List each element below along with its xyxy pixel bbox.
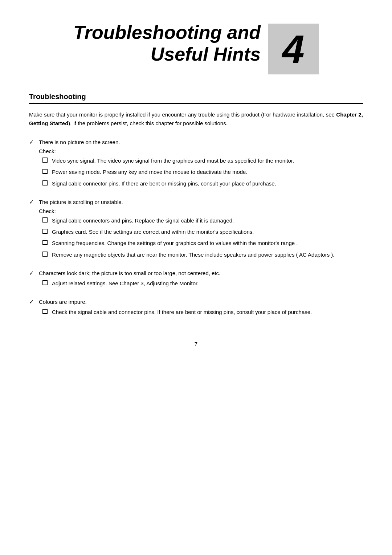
checkbox-icon — [42, 217, 48, 223]
intro-text: Make sure that your monitor is properly … — [29, 111, 336, 118]
check-content: Characters look dark; the picture is too… — [39, 269, 363, 290]
check-list: ✓There is no picture on the screen.Check… — [29, 138, 363, 319]
check-item: ✓Colours are impure.Check the signal cab… — [29, 298, 363, 319]
sub-text: Remove any magnetic objects that are nea… — [52, 250, 363, 259]
chapter-number: 4 — [282, 29, 304, 69]
sub-text: Video sync signal. The video sync signal… — [52, 156, 363, 165]
checkbox-icon — [42, 309, 48, 314]
sub-text: Scanning frequencies. Change the setting… — [52, 239, 363, 247]
sub-item: Adjust related settings. See Chapter 3, … — [39, 279, 363, 287]
checkmark-icon: ✓ — [29, 270, 34, 277]
title-line1: Troubleshooting and — [73, 22, 261, 44]
sub-text: Check the signal cable and connector pin… — [52, 308, 363, 316]
sub-text: Power saving mode. Press any key and mov… — [52, 168, 363, 176]
sub-text: Graphics card. See if the settings are c… — [52, 228, 363, 236]
sub-item: Signal cable connector pins. If there ar… — [39, 179, 363, 188]
check-content: Colours are impure.Check the signal cabl… — [39, 298, 363, 319]
check-main-text: Characters look dark; the picture is too… — [39, 269, 363, 278]
sub-item: Signal cable connectors and pins. Replac… — [39, 216, 363, 225]
title-line2: Useful Hints — [73, 44, 261, 65]
sub-item: Remove any magnetic objects that are nea… — [39, 250, 363, 259]
checkbox-icon — [42, 280, 48, 285]
sub-list: Adjust related settings. See Chapter 3, … — [39, 279, 363, 287]
check-content: There is no picture on the screen.Check:… — [39, 138, 363, 191]
page-number: 7 — [29, 341, 363, 347]
checkbox-icon — [42, 240, 48, 245]
header-title: Troubleshooting and Useful Hints — [73, 22, 261, 65]
check-main-text: Colours are impure. — [39, 298, 363, 306]
intro-end: ). If the problems persist, check this c… — [68, 120, 228, 126]
sub-list: Video sync signal. The video sync signal… — [39, 156, 363, 188]
sub-text: Signal cable connector pins. If there ar… — [52, 179, 363, 188]
sub-text: Adjust related settings. See Chapter 3, … — [52, 279, 363, 287]
checkbox-icon — [42, 169, 48, 174]
check-main-text: The picture is scrolling or unstable. — [39, 198, 363, 207]
sub-item: Check the signal cable and connector pin… — [39, 308, 363, 316]
chapter-number-box: 4 — [268, 24, 319, 74]
checkmark-icon: ✓ — [29, 199, 34, 205]
check-label: Check: — [39, 208, 363, 214]
sub-item: Scanning frequencies. Change the setting… — [39, 239, 363, 247]
checkbox-icon — [42, 158, 48, 163]
header-section: Troubleshooting and Useful Hints 4 — [29, 22, 363, 74]
checkbox-icon — [42, 180, 48, 185]
sub-item: Power saving mode. Press any key and mov… — [39, 168, 363, 176]
section-title: Troubleshooting — [29, 93, 363, 104]
check-item: ✓Characters look dark; the picture is to… — [29, 269, 363, 290]
sub-list: Check the signal cable and connector pin… — [39, 308, 363, 316]
sub-list: Signal cable connectors and pins. Replac… — [39, 216, 363, 259]
checkbox-icon — [42, 252, 48, 257]
check-main-text: There is no picture on the screen. — [39, 138, 363, 147]
check-label: Check: — [39, 148, 363, 154]
sub-item: Graphics card. See if the settings are c… — [39, 228, 363, 236]
intro-paragraph: Make sure that your monitor is properly … — [29, 110, 363, 128]
check-item: ✓There is no picture on the screen.Check… — [29, 138, 363, 191]
sub-text: Signal cable connectors and pins. Replac… — [52, 216, 363, 225]
check-item: ✓The picture is scrolling or unstable.Ch… — [29, 198, 363, 262]
check-content: The picture is scrolling or unstable.Che… — [39, 198, 363, 262]
checkmark-icon: ✓ — [29, 298, 34, 305]
sub-item: Video sync signal. The video sync signal… — [39, 156, 363, 165]
checkmark-icon: ✓ — [29, 139, 34, 146]
checkbox-icon — [42, 229, 48, 234]
main-content: Troubleshooting Make sure that your moni… — [29, 93, 363, 319]
